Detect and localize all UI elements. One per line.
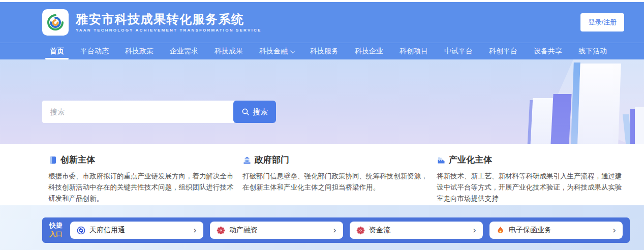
nav-item-home[interactable]: 首页: [48, 43, 66, 59]
factory-icon: [437, 155, 446, 165]
login-register-button[interactable]: 登录/注册: [580, 13, 624, 32]
search-button[interactable]: 搜索: [233, 101, 276, 123]
top-band: 雅安市科技成果转化服务系统 YAAN TECHNOLOGY ACHIEVEMEN…: [0, 2, 644, 59]
hero-illustration: [635, 107, 644, 144]
nav-item-equipment-sharing[interactable]: 设备共享: [532, 43, 564, 59]
pillar-title: 产业化主体: [449, 154, 492, 166]
pillar-industrialization: 产业化主体 将新技术、新工艺、新材料等科研成果引入生产流程，通过建设中试平台等方…: [437, 154, 624, 205]
nav-item-innovation-platform[interactable]: 科创平台: [487, 43, 519, 59]
quick-card-tianfu-credit[interactable]: 天府信用通 ›: [70, 222, 203, 239]
government-icon: [242, 155, 252, 165]
quick-card-electronic-guarantee[interactable]: 电子保函业务 ›: [489, 222, 623, 239]
search-bar: 搜索: [42, 101, 276, 123]
quick-entry-label: 快捷 入口: [49, 222, 63, 239]
site-subtitle: YAAN TECHNOLOGY ACHIEVEMENT TRANSFORMATI…: [76, 28, 261, 33]
page: 雅安市科技成果转化服务系统 YAAN TECHNOLOGY ACHIEVEMEN…: [0, 0, 644, 250]
pillar-title: 创新主体: [60, 154, 95, 166]
pillar-description: 打破部门信息壁垒、强化部门政策协同、统筹科技创新资源，在创新主体和产业化主体之间…: [242, 171, 430, 193]
header: 雅安市科技成果转化服务系统 YAAN TECHNOLOGY ACHIEVEMEN…: [0, 2, 644, 43]
nav-item-enterprise-needs[interactable]: 企业需求: [168, 43, 200, 59]
pillar-title: 政府部门: [255, 154, 289, 166]
chevron-right-icon: ›: [612, 226, 616, 235]
search-icon: [241, 108, 250, 116]
chevron-down-icon: [290, 48, 295, 53]
hero-banner: 搜索: [0, 59, 644, 144]
title-block: 雅安市科技成果转化服务系统 YAAN TECHNOLOGY ACHIEVEMEN…: [76, 12, 261, 33]
nav-item-platform-news[interactable]: 平台动态: [79, 43, 110, 59]
quick-card-capital-flow[interactable]: 资金流 ›: [350, 222, 483, 239]
nav-item-pilot-platform[interactable]: 中试平台: [443, 43, 474, 59]
chevron-right-icon: ›: [473, 226, 476, 235]
pillars-section: 创新主体 根据市委、市政府拟订的重点产业链发展方向，着力解决全市科技创新活动中存…: [0, 144, 644, 205]
nav-item-tech-achievements[interactable]: 科技成果: [213, 43, 244, 59]
logo-swirl-icon: [46, 13, 65, 32]
hero-illustration: [528, 100, 534, 144]
hero-illustration: [550, 94, 571, 144]
hero-illustration: [551, 59, 644, 144]
flame-icon: [496, 226, 505, 235]
site-title: 雅安市科技成果转化服务系统: [76, 12, 261, 26]
quick-entry-bar: 快捷 入口 天府信用通 ›: [42, 217, 630, 243]
hero-illustration: [577, 64, 621, 144]
main-nav: 首页 平台动态 科技政策 企业需求 科技成果 科技金融 科技服务 科技企业 科创…: [0, 43, 644, 59]
pillar-description: 根据市委、市政府拟订的重点产业链发展方向，着力解决全市科技创新活动中存在的关键共…: [48, 171, 236, 204]
pillar-innovation-subject: 创新主体 根据市委、市政府拟订的重点产业链发展方向，着力解决全市科技创新活动中存…: [48, 154, 236, 205]
rosette-icon: [217, 226, 225, 235]
chevron-right-icon: ›: [333, 226, 336, 235]
hero-illustration: [623, 114, 632, 144]
credit-swirl-icon: [77, 226, 85, 235]
nav-item-tech-policy[interactable]: 科技政策: [124, 43, 155, 59]
hero-illustration: [571, 63, 580, 144]
nav-item-tech-services[interactable]: 科技服务: [309, 43, 340, 59]
pillar-government: 政府部门 打破部门信息壁垒、强化部门政策协同、统筹科技创新资源，在创新主体和产业…: [242, 154, 430, 205]
nav-item-offline-events[interactable]: 线下活动: [577, 43, 608, 59]
nav-item-innovation-projects[interactable]: 科创项目: [398, 43, 430, 59]
hero-illustration: [531, 98, 555, 144]
book-icon: [48, 155, 57, 165]
rosette-icon: [356, 226, 365, 235]
pillar-description: 将新技术、新工艺、新材料等科研成果引入生产流程，通过建设中试平台等方式，开展产业…: [437, 171, 624, 204]
hero-illustration: [630, 109, 635, 144]
search-input[interactable]: [42, 101, 235, 123]
bottom-section: 快捷 入口 天府信用通 ›: [0, 205, 644, 250]
nav-item-tech-finance[interactable]: 科技金融: [258, 43, 295, 59]
chevron-right-icon: ›: [193, 226, 197, 235]
site-logo[interactable]: [42, 9, 69, 36]
nav-item-tech-enterprises[interactable]: 科技企业: [353, 43, 385, 59]
quick-card-movable-asset-financing[interactable]: 动产融资 ›: [210, 222, 343, 239]
